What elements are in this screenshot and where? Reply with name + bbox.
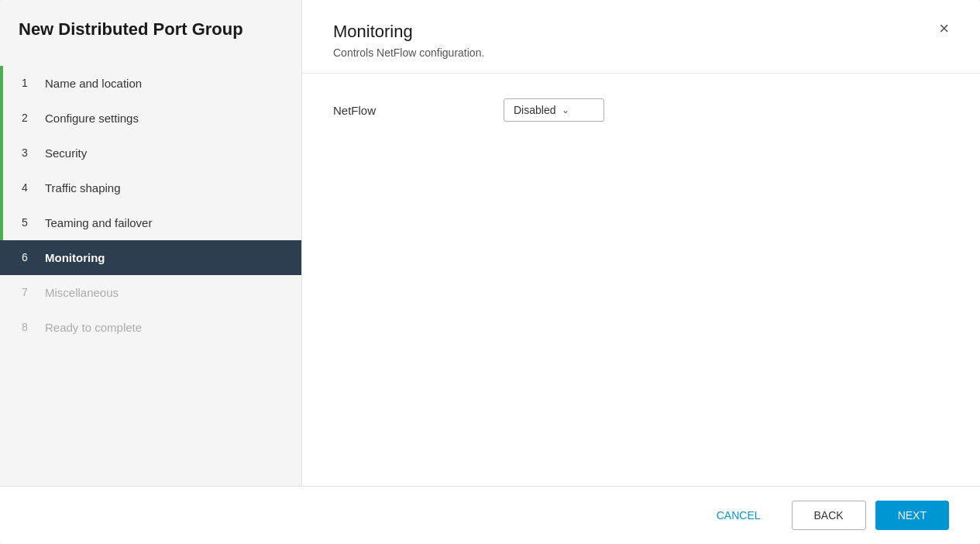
- netflow-row: NetFlow Disabled ⌄: [333, 98, 949, 122]
- netflow-value: Disabled: [514, 104, 555, 116]
- dialog-footer: CANCEL BACK NEXT: [0, 486, 980, 544]
- sidebar-item-label-7: Miscellaneous: [45, 286, 119, 299]
- cancel-button[interactable]: CANCEL: [695, 501, 782, 529]
- step-number-4: 4: [22, 181, 36, 194]
- main-header-text: Monitoring Controls NetFlow configuratio…: [333, 22, 484, 59]
- main-title: Monitoring: [333, 22, 484, 42]
- sidebar-item-name-location[interactable]: 1 Name and location: [0, 66, 301, 101]
- step-number-7: 7: [22, 286, 36, 298]
- back-button[interactable]: BACK: [792, 501, 866, 530]
- step-number-1: 1: [22, 77, 36, 89]
- sidebar-item-label-2: Configure settings: [45, 112, 139, 125]
- sidebar-item-label-5: Teaming and failover: [45, 216, 152, 229]
- netflow-control-wrap: Disabled ⌄: [504, 98, 604, 122]
- main-content: Monitoring Controls NetFlow configuratio…: [302, 0, 980, 486]
- next-button[interactable]: NEXT: [875, 501, 949, 530]
- dialog-body: New Distributed Port Group 1 Name and lo…: [0, 0, 980, 486]
- main-subtitle: Controls NetFlow configuration.: [333, 46, 484, 59]
- step-number-6: 6: [22, 251, 36, 263]
- sidebar: New Distributed Port Group 1 Name and lo…: [0, 0, 302, 486]
- step-number-2: 2: [22, 112, 36, 124]
- sidebar-item-label-6: Monitoring: [45, 251, 105, 264]
- sidebar-item-teaming-failover[interactable]: 5 Teaming and failover: [0, 205, 301, 240]
- sidebar-item-traffic-shaping[interactable]: 4 Traffic shaping: [0, 170, 301, 205]
- step-number-3: 3: [22, 146, 36, 159]
- sidebar-title: New Distributed Port Group: [0, 19, 301, 66]
- sidebar-item-ready-to-complete: 8 Ready to complete: [0, 310, 301, 345]
- chevron-down-icon: ⌄: [562, 105, 569, 115]
- main-header: Monitoring Controls NetFlow configuratio…: [302, 0, 980, 74]
- sidebar-item-configure-settings[interactable]: 2 Configure settings: [0, 101, 301, 136]
- sidebar-item-monitoring[interactable]: 6 Monitoring: [0, 240, 301, 275]
- sidebar-item-label-3: Security: [45, 146, 87, 160]
- step-number-8: 8: [22, 321, 36, 333]
- main-body: NetFlow Disabled ⌄: [302, 74, 980, 486]
- sidebar-item-label-4: Traffic shaping: [45, 181, 121, 195]
- netflow-label: NetFlow: [333, 104, 504, 117]
- new-distributed-port-group-dialog: New Distributed Port Group 1 Name and lo…: [0, 0, 980, 544]
- sidebar-item-label-1: Name and location: [45, 77, 142, 90]
- sidebar-item-miscellaneous: 7 Miscellaneous: [0, 275, 301, 310]
- sidebar-item-label-8: Ready to complete: [45, 321, 142, 334]
- step-number-5: 5: [22, 216, 36, 229]
- close-button[interactable]: ×: [939, 20, 949, 37]
- netflow-select[interactable]: Disabled ⌄: [504, 98, 604, 122]
- sidebar-item-security[interactable]: 3 Security: [0, 136, 301, 170]
